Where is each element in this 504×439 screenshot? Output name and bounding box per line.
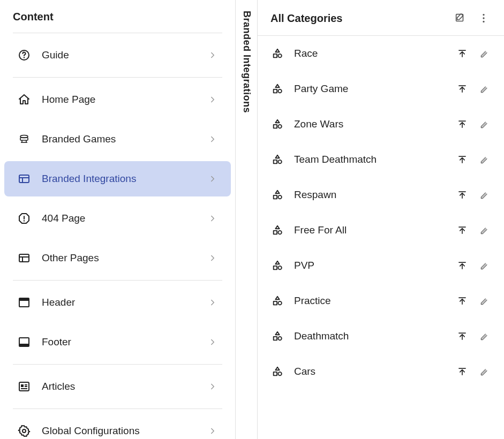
sidebar-item-other-pages[interactable]: Other Pages	[4, 240, 231, 276]
category-label: Free For All	[294, 224, 446, 236]
edit-button[interactable]	[478, 224, 491, 237]
sidebar-item-label: 404 Page	[42, 213, 207, 224]
sidebar-item-label: Branded Games	[42, 133, 207, 145]
category-row[interactable]: Team Deathmatch	[258, 142, 504, 177]
category-label: Zone Wars	[294, 118, 446, 130]
edit-button[interactable]	[478, 330, 491, 343]
category-row[interactable]: Zone Wars	[258, 107, 504, 142]
chevron-right-icon	[207, 50, 218, 60]
edit-button[interactable]	[478, 47, 491, 60]
more-options-button[interactable]	[476, 11, 491, 26]
chevron-right-icon	[207, 94, 218, 105]
publish-button[interactable]	[456, 118, 469, 131]
sidebar-item-label: Other Pages	[42, 252, 207, 264]
branded-games-icon	[17, 132, 31, 146]
category-row[interactable]: Free For All	[258, 213, 504, 248]
category-shapes-icon	[270, 223, 284, 237]
sidebar-item-label: Global Configurations	[42, 425, 207, 437]
category-row[interactable]: Race	[258, 36, 504, 71]
category-label: Practice	[294, 295, 446, 307]
sidebar-item-label: Header	[42, 297, 207, 308]
sidebar-item-footer[interactable]: Footer	[4, 324, 231, 360]
chevron-right-icon	[207, 426, 218, 436]
sidebar-item-home-page[interactable]: Home Page	[4, 82, 231, 117]
edit-button[interactable]	[478, 82, 491, 95]
layout-icon	[17, 251, 31, 265]
category-shapes-icon	[270, 47, 284, 60]
sidebar-item-articles[interactable]: Articles	[4, 369, 231, 404]
chevron-right-icon	[207, 134, 218, 145]
sidebar-item-label: Branded Integrations	[42, 173, 207, 185]
edit-button[interactable]	[478, 153, 491, 166]
chevron-right-icon	[207, 337, 218, 347]
footer-icon	[17, 335, 31, 349]
chevron-right-icon	[207, 213, 218, 224]
question-circle-icon	[17, 48, 31, 62]
category-row[interactable]: Party Game	[258, 71, 504, 107]
edit-button[interactable]	[478, 259, 491, 272]
more-vertical-icon	[478, 12, 490, 24]
compose-icon	[454, 12, 466, 24]
publish-button[interactable]	[456, 259, 469, 272]
category-shapes-icon	[270, 329, 284, 343]
sidebar-item-404-page[interactable]: 404 Page	[4, 201, 231, 236]
vertical-tab-label[interactable]: Branded Integrations	[241, 11, 252, 439]
main-header: All Categories	[258, 0, 504, 36]
category-shapes-icon	[270, 153, 284, 166]
edit-button[interactable]	[478, 365, 491, 378]
chevron-right-icon	[207, 297, 218, 308]
header-icon	[17, 296, 31, 309]
category-label: Team Deathmatch	[294, 154, 446, 165]
main-title: All Categories	[270, 12, 444, 25]
sidebar-item-label: Home Page	[42, 94, 207, 105]
publish-button[interactable]	[456, 330, 469, 343]
category-row[interactable]: PVP	[258, 248, 504, 283]
vertical-tab-strip: Branded Integrations	[236, 0, 257, 439]
sidebar-item-label: Guide	[42, 49, 207, 61]
edit-button[interactable]	[478, 118, 491, 131]
articles-icon	[17, 380, 31, 393]
edit-button[interactable]	[478, 294, 491, 307]
content-sidebar: Content GuideHome PageBranded GamesBrand…	[0, 0, 236, 439]
sidebar-item-label: Footer	[42, 336, 207, 348]
gear-icon	[17, 424, 31, 438]
publish-button[interactable]	[456, 153, 469, 166]
publish-button[interactable]	[456, 188, 469, 201]
category-label: Respawn	[294, 189, 446, 201]
chevron-right-icon	[207, 253, 218, 263]
home-icon	[17, 93, 31, 107]
sidebar-item-guide[interactable]: Guide	[4, 37, 231, 73]
publish-button[interactable]	[456, 47, 469, 60]
sidebar-item-branded-integrations[interactable]: Branded Integrations	[4, 161, 231, 196]
sidebar-item-label: Articles	[42, 381, 207, 392]
category-label: Party Game	[294, 83, 446, 95]
sidebar-title: Content	[0, 0, 235, 33]
category-row[interactable]: Practice	[258, 283, 504, 319]
category-shapes-icon	[270, 365, 284, 379]
category-label: Cars	[294, 366, 446, 377]
chevron-right-icon	[207, 381, 218, 392]
category-row[interactable]: Respawn	[258, 177, 504, 213]
category-shapes-icon	[270, 82, 284, 96]
sidebar-item-global-configurations[interactable]: Global Configurations	[4, 413, 231, 439]
publish-button[interactable]	[456, 82, 469, 95]
sidebar-groups: GuideHome PageBranded GamesBranded Integ…	[0, 33, 235, 439]
category-shapes-icon	[270, 259, 284, 273]
sidebar-item-header[interactable]: Header	[4, 285, 231, 320]
sidebar-item-branded-games[interactable]: Branded Games	[4, 122, 231, 157]
category-row[interactable]: Deathmatch	[258, 319, 504, 354]
category-shapes-icon	[270, 117, 284, 131]
publish-button[interactable]	[456, 224, 469, 237]
warning-octagon-icon	[17, 211, 31, 225]
category-row[interactable]: Cars	[258, 354, 504, 389]
publish-button[interactable]	[456, 294, 469, 307]
layout-icon	[17, 172, 31, 186]
main-panel: All Categories RaceParty GameZone WarsTe…	[257, 0, 504, 439]
category-label: Deathmatch	[294, 330, 446, 342]
edit-button[interactable]	[478, 188, 491, 201]
compose-button[interactable]	[453, 11, 468, 26]
category-list: RaceParty GameZone WarsTeam DeathmatchRe…	[258, 36, 504, 389]
publish-button[interactable]	[456, 365, 469, 378]
category-shapes-icon	[270, 188, 284, 202]
category-label: PVP	[294, 260, 446, 271]
